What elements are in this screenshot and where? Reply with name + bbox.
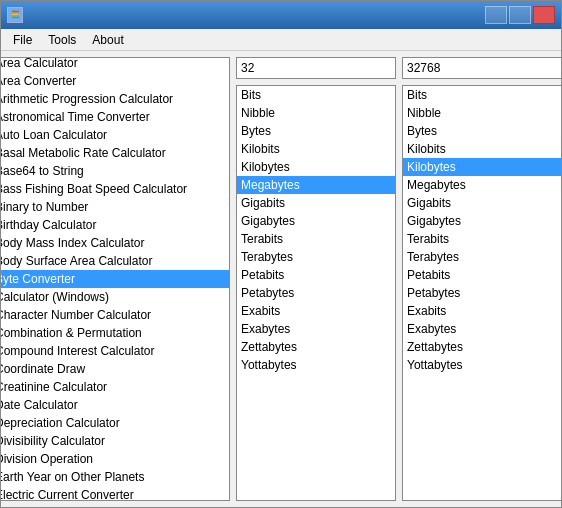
list-item[interactable]: Basal Metabolic Rate Calculator <box>1 144 229 162</box>
left-unit-item[interactable]: Bits <box>237 86 395 104</box>
right-unit-item[interactable]: Bits <box>403 86 561 104</box>
list-item[interactable]: Auto Loan Calculator <box>1 126 229 144</box>
left-unit-item[interactable]: Zettabytes <box>237 338 395 356</box>
list-item[interactable]: Divisibility Calculator <box>1 432 229 450</box>
right-unit-item[interactable]: Petabytes <box>403 284 561 302</box>
left-unit-item[interactable]: Petabits <box>237 266 395 284</box>
list-item[interactable]: Base64 to String <box>1 162 229 180</box>
list-item[interactable]: Division Operation <box>1 450 229 468</box>
window-controls <box>485 6 555 24</box>
left-value-input[interactable] <box>236 57 396 79</box>
calculator-list-panel: Angle ConverterArea CalculatorArea Conve… <box>1 57 230 501</box>
list-item[interactable]: Body Surface Area Calculator <box>1 252 229 270</box>
right-panel: BitsNibbleBytesKilobitsKilobytesMegabyte… <box>236 57 561 501</box>
list-item[interactable]: Coordinate Draw <box>1 360 229 378</box>
app-icon: 🧮 <box>7 7 23 23</box>
list-item[interactable]: Area Calculator <box>1 58 229 72</box>
left-unit-list[interactable]: BitsNibbleBytesKilobitsKilobytesMegabyte… <box>236 85 396 501</box>
calculator-list[interactable]: Angle ConverterArea CalculatorArea Conve… <box>1 58 229 500</box>
left-unit-item[interactable]: Bytes <box>237 122 395 140</box>
minimize-button[interactable] <box>485 6 507 24</box>
list-item[interactable]: Astronomical Time Converter <box>1 108 229 126</box>
unit-lists-row: BitsNibbleBytesKilobitsKilobytesMegabyte… <box>236 85 561 501</box>
main-content: Angle ConverterArea CalculatorArea Conve… <box>1 51 561 507</box>
titlebar-left: 🧮 <box>7 7 29 23</box>
list-item[interactable]: Compound Interest Calculator <box>1 342 229 360</box>
right-unit-item[interactable]: Megabytes <box>403 176 561 194</box>
right-unit-item[interactable]: Exabytes <box>403 320 561 338</box>
left-unit-item[interactable]: Petabytes <box>237 284 395 302</box>
menu-file[interactable]: File <box>5 31 40 49</box>
right-unit-item[interactable]: Nibble <box>403 104 561 122</box>
right-unit-item[interactable]: Gigabits <box>403 194 561 212</box>
list-item[interactable]: Calculator (Windows) <box>1 288 229 306</box>
right-unit-item[interactable]: Terabits <box>403 230 561 248</box>
list-item[interactable]: Combination & Permutation <box>1 324 229 342</box>
right-unit-item[interactable]: Zettabytes <box>403 338 561 356</box>
right-unit-item[interactable]: Exabits <box>403 302 561 320</box>
list-item[interactable]: Binary to Number <box>1 198 229 216</box>
left-unit-item[interactable]: Exabits <box>237 302 395 320</box>
main-window: 🧮 File Tools About Angle ConverterArea C… <box>0 0 562 508</box>
right-unit-item[interactable]: Terabytes <box>403 248 561 266</box>
list-item[interactable]: Arithmetic Progression Calculator <box>1 90 229 108</box>
left-unit-item[interactable]: Terabytes <box>237 248 395 266</box>
close-button[interactable] <box>533 6 555 24</box>
menu-tools[interactable]: Tools <box>40 31 84 49</box>
list-item[interactable]: Byte Converter <box>1 270 229 288</box>
left-unit-item[interactable]: Kilobits <box>237 140 395 158</box>
menubar: File Tools About <box>1 29 561 51</box>
left-unit-item[interactable]: Megabytes <box>237 176 395 194</box>
right-unit-item[interactable]: Yottabytes <box>403 356 561 374</box>
list-item[interactable]: Depreciation Calculator <box>1 414 229 432</box>
list-item[interactable]: Electric Current Converter <box>1 486 229 500</box>
list-item[interactable]: Bass Fishing Boat Speed Calculator <box>1 180 229 198</box>
right-unit-item[interactable]: Kilobits <box>403 140 561 158</box>
list-item[interactable]: Earth Year on Other Planets <box>1 468 229 486</box>
right-value-input[interactable] <box>402 57 561 79</box>
right-unit-item[interactable]: Petabits <box>403 266 561 284</box>
left-unit-item[interactable]: Nibble <box>237 104 395 122</box>
left-unit-item[interactable]: Gigabytes <box>237 212 395 230</box>
right-unit-item[interactable]: Bytes <box>403 122 561 140</box>
left-unit-item[interactable]: Terabits <box>237 230 395 248</box>
titlebar: 🧮 <box>1 1 561 29</box>
list-item[interactable]: Character Number Calculator <box>1 306 229 324</box>
left-unit-item[interactable]: Gigabits <box>237 194 395 212</box>
left-unit-item[interactable]: Kilobytes <box>237 158 395 176</box>
maximize-button[interactable] <box>509 6 531 24</box>
menu-about[interactable]: About <box>84 31 131 49</box>
right-unit-item[interactable]: Kilobytes <box>403 158 561 176</box>
left-panel-wrapper: Angle ConverterArea CalculatorArea Conve… <box>1 57 230 501</box>
list-item[interactable]: Birthday Calculator <box>1 216 229 234</box>
left-unit-item[interactable]: Yottabytes <box>237 356 395 374</box>
list-item[interactable]: Body Mass Index Calculator <box>1 234 229 252</box>
right-unit-item[interactable]: Gigabytes <box>403 212 561 230</box>
value-inputs <box>236 57 561 79</box>
list-item[interactable]: Area Converter <box>1 72 229 90</box>
right-unit-list[interactable]: BitsNibbleBytesKilobitsKilobytesMegabyte… <box>402 85 561 501</box>
list-item[interactable]: Creatinine Calculator <box>1 378 229 396</box>
left-unit-item[interactable]: Exabytes <box>237 320 395 338</box>
list-item[interactable]: Date Calculator <box>1 396 229 414</box>
